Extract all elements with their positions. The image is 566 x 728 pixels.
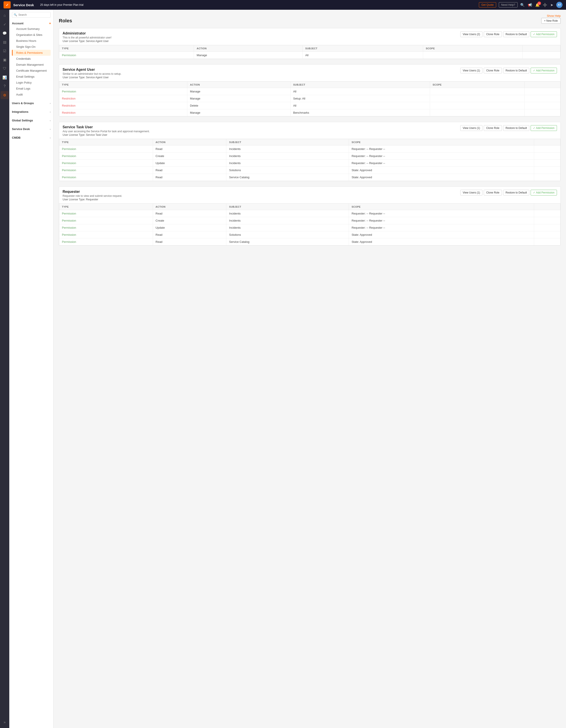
nav-shield[interactable]: 🛡: [1, 65, 9, 73]
users-groups-section: Users & Groups ›: [9, 98, 53, 107]
nav-tasks[interactable]: ☑: [1, 47, 9, 55]
perm-action-1-1: Manage: [187, 95, 291, 102]
sidebar-item-roles-permissions[interactable]: Roles & Permissions: [12, 50, 51, 56]
role-license-2: User License Type: Service Task User: [63, 133, 460, 136]
avatar[interactable]: AT: [556, 2, 562, 8]
view-users-button-0[interactable]: View Users (2): [460, 31, 482, 37]
role-header-1: Service Agent User Similar to an adminis…: [59, 65, 560, 81]
clone-role-button-2[interactable]: Clone Role: [484, 125, 502, 131]
clone-role-button-3[interactable]: Clone Role: [484, 190, 502, 195]
sidebar-item-domain-management[interactable]: Domain Management: [12, 62, 51, 68]
notifications-icon[interactable]: 🔔 6: [535, 3, 540, 7]
view-users-button-1[interactable]: View Users (1): [460, 68, 482, 73]
role-info-0: Administrator This is the all powerful a…: [63, 31, 460, 43]
perm-action-1-2: Delete: [187, 102, 291, 109]
role-header-3: Requester Requester role to view and sub…: [59, 187, 560, 203]
sidebar-item-credentials[interactable]: Credentials: [12, 56, 51, 62]
table-row: Permission Read Service Catalog State: A…: [59, 238, 560, 245]
perm-type-2-0[interactable]: Permission: [62, 147, 76, 151]
nav-check[interactable]: ✓: [1, 20, 9, 28]
users-groups-chevron-icon: ›: [50, 102, 51, 105]
global-settings-header[interactable]: Global Settings ›: [12, 117, 51, 123]
table-row: Permission Update Incidents Requester: -…: [59, 160, 560, 167]
add-icon[interactable]: ➕: [543, 3, 547, 7]
add-permission-button-3[interactable]: Add Permission: [531, 190, 557, 195]
nav-panel[interactable]: ▣: [1, 56, 9, 64]
nav-help[interactable]: ?: [1, 82, 9, 90]
table-row: Permission Read Incidents Requester: -- …: [59, 146, 560, 153]
perm-type-1-3[interactable]: Restriction: [62, 111, 75, 114]
sidebar-item-email-logs[interactable]: Email Logs: [12, 86, 51, 92]
perm-type-3-0[interactable]: Permission: [62, 212, 76, 215]
add-permission-button-0[interactable]: Add Permission: [531, 31, 557, 37]
col-type-2: TYPE: [59, 139, 153, 146]
perm-type-2-4[interactable]: Permission: [62, 176, 76, 179]
perm-type-3-1[interactable]: Permission: [62, 219, 76, 222]
perm-type-3-3[interactable]: Permission: [62, 233, 76, 236]
role-actions-0: View Users (2) Clone Role Restore to Def…: [460, 31, 557, 37]
perm-subject-3-2: Incidents: [226, 224, 349, 231]
perm-type-1-2[interactable]: Restriction: [62, 104, 75, 107]
cmdb-header[interactable]: CMDB ›: [12, 135, 51, 141]
perm-type-2-2[interactable]: Permission: [62, 161, 76, 165]
perm-extra-0-0: [523, 52, 560, 59]
add-permission-button-1[interactable]: Add Permission: [531, 68, 557, 73]
restore-default-button-3[interactable]: Restore to Default: [503, 190, 530, 195]
sidebar-item-sso[interactable]: Single Sign-On: [12, 44, 51, 50]
service-desk-section: Service Desk ›: [9, 124, 53, 133]
permissions-table-2: TYPE ACTION SUBJECT SCOPE Permission Rea…: [59, 139, 560, 181]
sidebar: 🔍 Account ▾ Account Summary Organization…: [9, 10, 54, 728]
search-input[interactable]: [12, 12, 51, 18]
perm-type-3-4[interactable]: Permission: [62, 240, 76, 243]
nav-expand[interactable]: »: [1, 718, 9, 726]
integrations-header[interactable]: Integrations ›: [12, 109, 51, 115]
search-icon[interactable]: 🔍: [520, 3, 525, 7]
role-license-3: User License Type: Requester: [63, 198, 460, 201]
account-section-header[interactable]: Account ▾: [12, 22, 51, 25]
perm-action-3-4: Read: [153, 238, 226, 245]
perm-extra-3-3: [534, 231, 560, 238]
sidebar-item-account-summary[interactable]: Account Summary: [12, 26, 51, 32]
sidebar-item-certificate-management[interactable]: Certificate Management: [12, 68, 51, 74]
perm-action-0-0: Manage: [194, 52, 302, 59]
nav-chart[interactable]: 📊: [1, 73, 9, 81]
get-quote-button[interactable]: Get Quote: [479, 2, 496, 8]
perm-type-1-1[interactable]: Restriction: [62, 97, 75, 100]
announcements-icon[interactable]: 📢: [528, 3, 532, 7]
view-users-button-2[interactable]: View Users (1): [460, 125, 482, 131]
new-role-button[interactable]: + New Role: [541, 18, 561, 24]
nav-settings[interactable]: ⚙: [1, 91, 9, 99]
col-scope-3: SCOPE: [349, 204, 534, 210]
show-help-link[interactable]: Show Help: [547, 14, 561, 17]
clone-role-button-1[interactable]: Clone Role: [484, 68, 502, 73]
restore-default-button-1[interactable]: Restore to Default: [503, 68, 530, 73]
send-icon[interactable]: ➤: [550, 3, 553, 7]
table-row: Permission Read Solutions State: Approve…: [59, 167, 560, 174]
sidebar-item-business-hours[interactable]: Business Hours: [12, 38, 51, 44]
view-users-button-3[interactable]: View Users (1): [460, 190, 482, 195]
role-desc-3: Requester role to view and submit servic…: [63, 194, 460, 197]
restore-default-button-2[interactable]: Restore to Default: [503, 125, 530, 131]
users-groups-header[interactable]: Users & Groups ›: [12, 100, 51, 106]
sidebar-item-email-settings[interactable]: Email Settings: [12, 74, 51, 80]
nav-chat[interactable]: 💬: [1, 29, 9, 37]
add-permission-button-2[interactable]: Add Permission: [531, 125, 557, 131]
perm-type-0-0[interactable]: Permission: [62, 54, 76, 57]
sidebar-item-audit[interactable]: Audit: [12, 92, 51, 98]
trial-notice: 25 days left in your Premier Plan trial: [40, 3, 476, 6]
perm-type-1-0[interactable]: Permission: [62, 90, 76, 93]
sidebar-item-org-sites[interactable]: Organization & Sites: [12, 32, 51, 38]
perm-type-2-3[interactable]: Permission: [62, 169, 76, 172]
perm-type-3-2[interactable]: Permission: [62, 226, 76, 229]
need-help-button[interactable]: Need Help?: [499, 2, 518, 8]
nav-layers[interactable]: ▤: [1, 38, 9, 46]
sidebar-item-login-policy[interactable]: Login Policy: [12, 80, 51, 86]
perm-type-2-1[interactable]: Permission: [62, 154, 76, 158]
restore-default-button-0[interactable]: Restore to Default: [503, 31, 530, 37]
role-card-0: Administrator This is the all powerful a…: [59, 28, 561, 59]
role-card-1: Service Agent User Similar to an adminis…: [59, 64, 561, 117]
nav-home[interactable]: ⌂: [1, 11, 9, 19]
service-desk-header[interactable]: Service Desk ›: [12, 126, 51, 132]
col-action-2: ACTION: [153, 139, 226, 146]
clone-role-button-0[interactable]: Clone Role: [484, 31, 502, 37]
